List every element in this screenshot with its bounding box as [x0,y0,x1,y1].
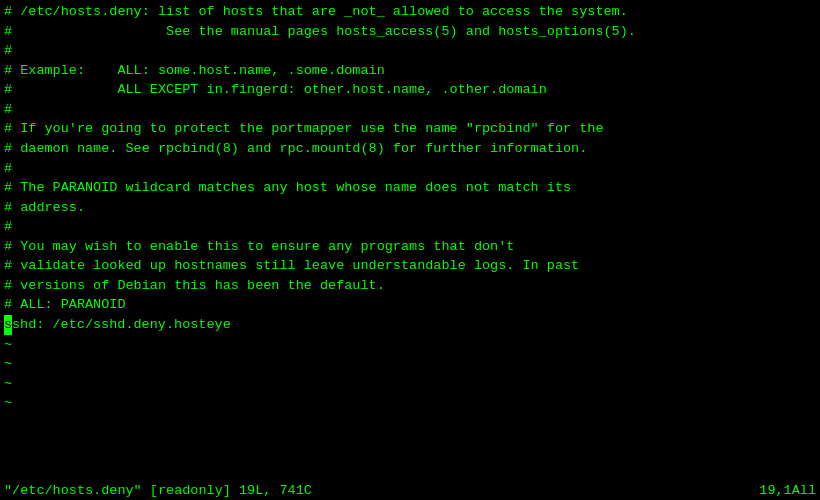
editor-line: sshd: /etc/sshd.deny.hosteye [4,315,816,335]
editor-line: # [4,41,816,61]
editor-line: # [4,159,816,179]
editor-line: ~ [4,374,816,394]
editor-line: ~ [4,354,816,374]
status-bar: "/etc/hosts.deny" [readonly] 19L, 741C 1… [0,481,820,500]
status-scroll: All [792,483,816,498]
editor-line: # [4,100,816,120]
editor-line: # You may wish to enable this to ensure … [4,237,816,257]
editor-line: ~ [4,335,816,355]
status-position: 19,1 [759,483,791,498]
editor-line: # [4,217,816,237]
editor-line: # validate looked up hostnames still lea… [4,256,816,276]
editor-line: # daemon name. See rpcbind(8) and rpc.mo… [4,139,816,159]
editor-line: # address. [4,198,816,218]
editor-line: # Example: ALL: some.host.name, .some.do… [4,61,816,81]
editor-line: # /etc/hosts.deny: list of hosts that ar… [4,2,816,22]
vim-editor: # /etc/hosts.deny: list of hosts that ar… [0,0,820,500]
editor-line: # versions of Debian this has been the d… [4,276,816,296]
editor-line: # ALL EXCEPT in.fingerd: other.host.name… [4,80,816,100]
editor-line: ~ [4,393,816,413]
status-file-info: "/etc/hosts.deny" [readonly] 19L, 741C [4,483,759,498]
editor-content[interactable]: # /etc/hosts.deny: list of hosts that ar… [0,0,820,481]
editor-line: # The PARANOID wildcard matches any host… [4,178,816,198]
editor-line: # ALL: PARANOID [4,295,816,315]
editor-line: # See the manual pages hosts_access(5) a… [4,22,816,42]
editor-line: # If you're going to protect the portmap… [4,119,816,139]
cursor: s [4,315,12,335]
